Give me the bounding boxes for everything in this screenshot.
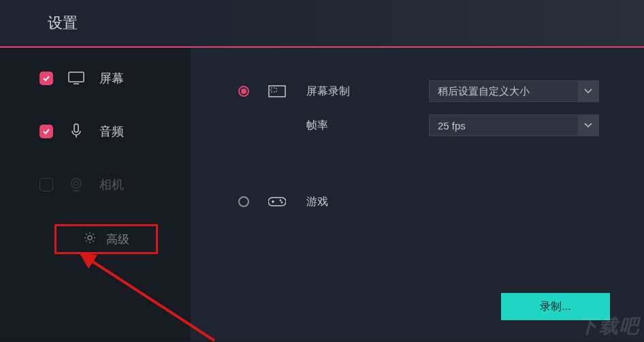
- gamepad-icon: [268, 196, 287, 207]
- monitor-icon: [68, 72, 84, 85]
- audio-checkbox[interactable]: [39, 125, 53, 138]
- svg-point-6: [88, 236, 92, 240]
- fps-select-value: 25 fps: [430, 120, 578, 131]
- record-button-label: 录制...: [540, 300, 570, 314]
- mic-icon: [68, 123, 84, 140]
- screen-recording-radio[interactable]: [238, 86, 249, 97]
- chevron-down-icon[interactable]: [578, 115, 598, 136]
- game-label: 游戏: [306, 195, 395, 209]
- capture-area-icon: [268, 85, 287, 97]
- webcam-icon: [68, 177, 84, 192]
- svg-point-5: [74, 181, 78, 185]
- camera-checkbox[interactable]: [39, 178, 53, 191]
- svg-point-11: [280, 200, 281, 201]
- sidebar: 屏幕 音频 相机 高级: [0, 48, 191, 341]
- gear-icon: [83, 231, 97, 248]
- svg-point-4: [71, 178, 81, 188]
- sidebar-item-camera[interactable]: 相机: [39, 171, 191, 198]
- svg-rect-8: [271, 88, 276, 92]
- screen-recording-label: 屏幕录制: [306, 84, 395, 99]
- page-title: 设置: [48, 13, 78, 33]
- sidebar-item-label: 音频: [99, 123, 124, 140]
- game-radio[interactable]: [238, 196, 249, 207]
- advanced-label: 高级: [106, 232, 129, 247]
- svg-rect-0: [69, 72, 84, 82]
- svg-point-12: [281, 202, 283, 203]
- sidebar-item-label: 屏幕: [99, 70, 124, 87]
- size-select-value: 稍后设置自定义大小: [430, 85, 578, 98]
- sidebar-item-audio[interactable]: 音频: [39, 118, 191, 145]
- chevron-down-icon[interactable]: [578, 81, 598, 102]
- screen-checkbox[interactable]: [39, 72, 53, 85]
- record-button[interactable]: 录制...: [501, 293, 610, 320]
- svg-rect-7: [269, 86, 285, 97]
- size-select[interactable]: 稍后设置自定义大小: [429, 80, 599, 102]
- option-game[interactable]: 游戏: [238, 191, 644, 213]
- sidebar-item-advanced[interactable]: 高级: [54, 224, 158, 254]
- fps-select[interactable]: 25 fps: [429, 114, 599, 136]
- svg-rect-2: [74, 124, 78, 132]
- sidebar-item-screen[interactable]: 屏幕: [39, 65, 191, 92]
- settings-header: 设置: [0, 0, 644, 48]
- fps-label: 帧率: [306, 119, 395, 133]
- main-panel: 屏幕录制 稍后设置自定义大小 帧率 25 fps 游戏 录制...: [191, 48, 644, 341]
- sidebar-item-label: 相机: [99, 176, 124, 193]
